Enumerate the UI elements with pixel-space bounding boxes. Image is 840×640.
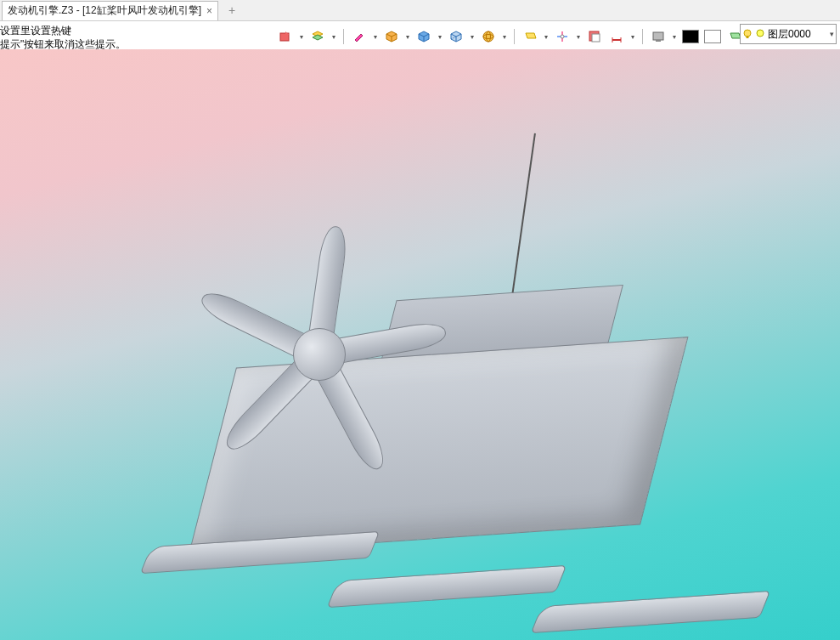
toolbar-separator [642,29,643,44]
plus-icon: + [228,3,235,17]
layer-name: 图层0000 [768,27,811,42]
svg-marker-2 [313,35,323,40]
svg-rect-18 [592,34,600,42]
toolbar-separator [343,29,344,44]
cube-wire-dropdown[interactable]: ▾ [468,33,476,41]
import-dropdown[interactable]: ▾ [297,33,306,41]
layer-color-icon [756,28,764,40]
layer-selector[interactable]: 图层0000 ▾ [740,24,837,44]
svg-point-25 [744,30,751,37]
layers-dropdown[interactable]: ▾ [330,33,338,41]
measure-dropdown[interactable]: ▾ [629,33,637,41]
swatch-black [682,30,699,43]
display-dropdown[interactable]: ▾ [670,33,679,41]
plane-yellow-dropdown[interactable]: ▾ [542,33,550,41]
svg-rect-22 [653,32,663,40]
cube-blue-icon[interactable] [414,26,434,47]
chevron-down-icon: ▾ [830,30,834,38]
select-window-icon[interactable] [584,26,605,47]
import-icon[interactable] [275,26,296,47]
3d-viewport[interactable] [0,49,840,640]
hint-line-2: 提示"按钮来取消这些提示。 [0,37,126,51]
svg-point-16 [561,35,564,38]
close-icon[interactable]: × [206,5,212,17]
new-tab-button[interactable]: + [223,2,240,19]
hint-overlay: 设置里设置热键 提示"按钮来取消这些提示。 [0,24,126,51]
globe-dropdown[interactable]: ▾ [500,33,509,41]
edit-icon[interactable] [349,26,369,47]
origin-dropdown[interactable]: ▾ [574,33,583,41]
svg-point-10 [483,31,493,42]
layers-icon[interactable] [307,26,328,47]
svg-marker-13 [526,33,536,38]
origin-icon[interactable] [552,26,572,47]
cube-wire-icon[interactable] [446,26,466,47]
globe-icon[interactable] [478,26,499,47]
swatch-white [704,30,721,43]
measure-icon[interactable] [606,26,627,47]
edit-dropdown[interactable]: ▾ [371,33,380,41]
svg-rect-26 [747,36,749,38]
svg-rect-23 [656,40,661,42]
plane-yellow-icon[interactable] [520,26,540,47]
color-white-swatch[interactable] [702,26,723,47]
display-icon[interactable] [648,26,668,47]
document-tab[interactable]: 发动机引擎.Z3 - [12缸桨叶风叶发动机引擎] × [2,1,218,20]
tab-bar: 发动机引擎.Z3 - [12缸桨叶风叶发动机引擎] × + [0,0,840,21]
lightbulb-icon [742,29,753,39]
hint-line-1: 设置里设置热键 [0,24,126,37]
cube-orange-dropdown[interactable]: ▾ [403,33,412,41]
toolbar-separator [514,29,515,44]
view-toolbar: ▾ ▾ ▾ ▾ ▾ ▾ [275,24,755,49]
document-tab-title: 发动机引擎.Z3 - [12缸桨叶风叶发动机引擎] [8,3,201,18]
cube-orange-icon[interactable] [381,26,402,47]
color-black-swatch[interactable] [680,26,701,47]
svg-point-27 [757,30,764,37]
cad-model-engine-on-skis [98,116,743,575]
cube-blue-dropdown[interactable]: ▾ [436,33,444,41]
